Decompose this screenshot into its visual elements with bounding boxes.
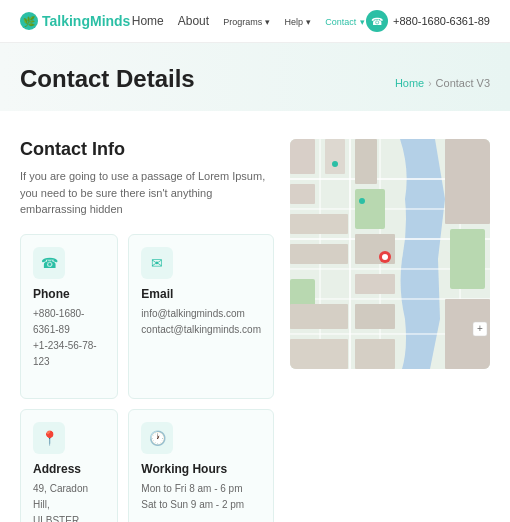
nav-links: Home About Programs ▾ Help ▾ Contact ▾	[132, 14, 365, 28]
phone-card-lines: +880-1680-6361-89 +1-234-56-78-123	[33, 306, 105, 370]
contact-info-heading: Contact Info	[20, 139, 274, 160]
svg-rect-17	[355, 139, 377, 184]
map-container[interactable]: +	[290, 139, 490, 369]
svg-rect-19	[290, 214, 348, 234]
email-card-icon: ✉	[141, 247, 173, 279]
svg-rect-12	[450, 229, 485, 289]
nav-phone: ☎ +880-1680-6361-89	[366, 10, 490, 32]
contact-cards: ☎ Phone +880-1680-6361-89 +1-234-56-78-1…	[20, 234, 274, 523]
svg-rect-14	[290, 139, 315, 174]
hours-card-title: Working Hours	[141, 462, 261, 476]
email-card: ✉ Email info@talkingminds.com contact@ta…	[128, 234, 274, 399]
nav-item-programs[interactable]: Programs ▾	[223, 14, 270, 28]
svg-rect-25	[355, 339, 395, 369]
svg-rect-24	[290, 339, 348, 369]
phone-number: +880-1680-6361-89	[393, 15, 490, 27]
svg-rect-22	[290, 304, 348, 329]
svg-point-29	[382, 254, 388, 260]
nav-item-home[interactable]: Home	[132, 14, 164, 28]
address-card-icon: 📍	[33, 422, 65, 454]
breadcrumb-separator: ›	[428, 78, 431, 89]
main-content: Contact Info If you are going to use a p…	[0, 111, 510, 522]
logo-text: TalkingMinds	[42, 13, 130, 29]
svg-point-30	[359, 198, 365, 204]
hours-card-icon: 🕐	[141, 422, 173, 454]
hours-card: 🕐 Working Hours Mon to Fri 8 am - 6 pm S…	[128, 409, 274, 523]
svg-rect-21	[355, 274, 395, 294]
phone-card-icon: ☎	[33, 247, 65, 279]
breadcrumb-banner: Contact Details Home › Contact V3	[0, 43, 510, 111]
phone-icon: ☎	[366, 10, 388, 32]
email-card-title: Email	[141, 287, 261, 301]
logo[interactable]: 🌿 TalkingMinds	[20, 12, 130, 30]
svg-rect-15	[325, 139, 345, 174]
svg-rect-11	[355, 189, 385, 229]
svg-rect-23	[355, 304, 395, 329]
hours-card-lines: Mon to Fri 8 am - 6 pm Sat to Sun 9 am -…	[141, 481, 261, 513]
svg-point-31	[332, 161, 338, 167]
email-card-lines: info@talkingminds.com contact@talkingmin…	[141, 306, 261, 338]
nav-item-help[interactable]: Help ▾	[284, 14, 311, 28]
page-title: Contact Details	[20, 65, 195, 93]
nav-item-about[interactable]: About	[178, 14, 209, 28]
contact-info-description: If you are going to use a passage of Lor…	[20, 168, 274, 218]
phone-card-title: Phone	[33, 287, 105, 301]
svg-text:+: +	[477, 323, 483, 334]
address-card-lines: 49, Caradon Hill, ULBSTER	[33, 481, 105, 523]
nav-item-contact[interactable]: Contact ▾	[325, 14, 364, 28]
breadcrumb-current: Contact V3	[436, 77, 490, 89]
breadcrumb: Home › Contact V3	[395, 77, 490, 93]
address-card: 📍 Address 49, Caradon Hill, ULBSTER	[20, 409, 118, 523]
breadcrumb-home[interactable]: Home	[395, 77, 424, 89]
logo-icon: 🌿	[20, 12, 38, 30]
phone-card: ☎ Phone +880-1680-6361-89 +1-234-56-78-1…	[20, 234, 118, 399]
map-svg: +	[290, 139, 490, 369]
navbar: 🌿 TalkingMinds Home About Programs ▾ Hel…	[0, 0, 510, 43]
svg-rect-18	[290, 244, 348, 264]
svg-rect-16	[290, 184, 315, 204]
address-card-title: Address	[33, 462, 105, 476]
contact-info-left: Contact Info If you are going to use a p…	[20, 139, 274, 522]
contact-info-section: Contact Info If you are going to use a p…	[20, 139, 490, 522]
svg-rect-26	[445, 139, 490, 224]
